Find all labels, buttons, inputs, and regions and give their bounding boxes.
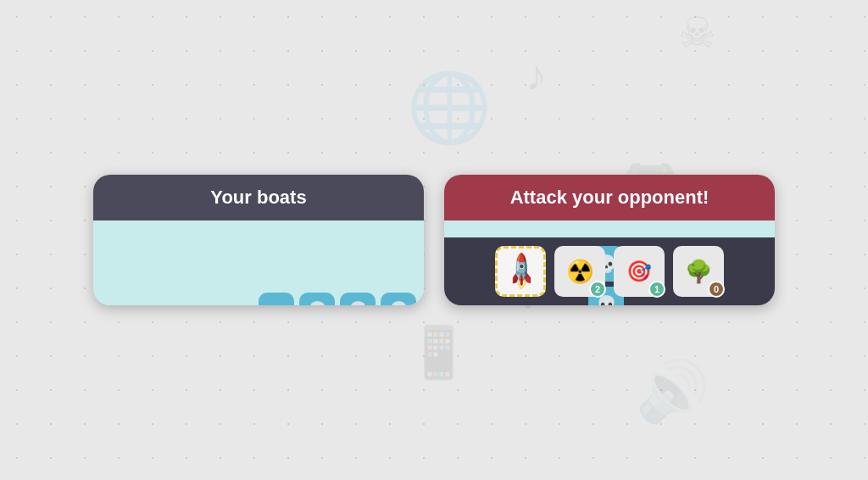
skull-icon2: 💀 (348, 300, 369, 305)
skull-boat-seg2: 💀 (299, 293, 335, 305)
cluster-icon: 🎯 (626, 260, 652, 283)
attack-header: Attack your opponent! (444, 175, 775, 220)
your-boats-card: Your boats 💀 💀 💀 (93, 175, 424, 305)
cluster-weapon-slot[interactable]: 🎯 1 (614, 246, 665, 297)
your-boats-title: Your boats (210, 187, 306, 208)
nuclear-count: 2 (589, 281, 606, 298)
skull-boat-seg1 (259, 293, 294, 305)
tree-icon: 🌳 (685, 259, 712, 285)
skull-icon1: 💀 (307, 300, 328, 305)
missile-icon: 🚀 (499, 250, 542, 293)
attack-title: Attack your opponent! (510, 187, 709, 208)
skull-icon3: 💀 (388, 300, 409, 305)
skull-boat-seg4: 💀 (381, 293, 416, 305)
your-boats-grid-area: 💀 💀 💀 (93, 220, 424, 305)
game-container: Your boats 💀 💀 💀 (93, 175, 775, 305)
attack-card: Attack your opponent! 💀 💀 💀 (444, 175, 775, 305)
tree-count: 0 (708, 281, 725, 298)
your-boats-header: Your boats (93, 175, 424, 220)
missile-weapon-slot[interactable]: 🚀 (495, 246, 546, 297)
skull-boat-seg3: 💀 (340, 293, 376, 305)
attack-grid-area[interactable]: 💀 💀 💀 (444, 220, 775, 237)
nuclear-icon: ☢️ (566, 259, 593, 285)
cluster-count: 1 (648, 281, 665, 298)
nuclear-weapon-slot[interactable]: ☢️ 2 (554, 246, 605, 297)
tree-weapon-slot[interactable]: 🌳 0 (673, 246, 724, 297)
